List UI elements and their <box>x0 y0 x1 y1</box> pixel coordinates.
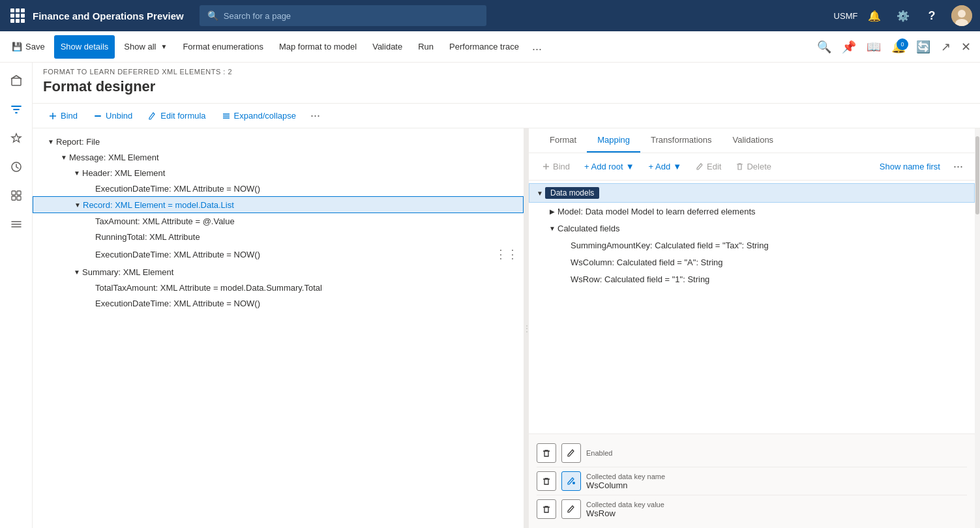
help-icon[interactable]: ? <box>923 7 941 25</box>
tree-item[interactable]: ExecutionDateTime: XML Attribute = NOW() <box>33 295 524 311</box>
svg-rect-6 <box>17 191 21 195</box>
tab-validations[interactable]: Validations <box>722 128 784 153</box>
pinned-icon[interactable]: 📌 <box>838 37 860 57</box>
prop-delete-key-value[interactable] <box>537 499 556 519</box>
tree-item-selected[interactable]: ▼ Record: XML Element = model.Data.List <box>33 196 524 213</box>
edit-active-icon <box>567 477 576 486</box>
properties-panel: Enabled <box>529 433 975 528</box>
tree-item[interactable]: ▼ Summary: XML Element <box>33 264 524 280</box>
model-item-summing[interactable]: SummingAmountKey: Calculated field = "Ta… <box>529 237 975 254</box>
tab-format[interactable]: Format <box>539 128 587 153</box>
format-enum-button[interactable]: Format enumerations <box>176 35 270 59</box>
sidebar-item-filter[interactable] <box>3 96 29 123</box>
run-button[interactable]: Run <box>411 35 440 59</box>
mapping-more-button[interactable]: ··· <box>949 158 967 175</box>
perf-trace-button[interactable]: Performance trace <box>443 35 526 59</box>
sidebar-item-recent[interactable] <box>3 154 29 180</box>
tree-toggle: ▼ <box>59 152 69 162</box>
tab-transformations[interactable]: Transformations <box>640 128 722 153</box>
model-item-wscolumn[interactable]: WsColumn: Calculated field = "A": String <box>529 254 975 271</box>
delete-button[interactable]: Delete <box>730 159 777 174</box>
prop-edit-key-value[interactable] <box>561 499 581 519</box>
tree-item[interactable]: ExecutionDateTime: XML Attribute = NOW()… <box>33 244 524 264</box>
edit-button[interactable]: Edit <box>690 159 726 174</box>
mapping-bind-button[interactable]: Bind <box>537 159 575 174</box>
tree-item[interactable]: ExecutionDateTime: XML Attribute = NOW() <box>33 181 524 196</box>
tree-toggle <box>85 249 95 259</box>
search-toolbar-icon[interactable]: 🔍 <box>813 37 835 57</box>
vertical-scrollbar[interactable] <box>975 128 980 528</box>
sidebar-item-workspaces[interactable] <box>3 183 29 209</box>
mapping-tabs: Format Mapping Transformations Validatio… <box>529 128 975 153</box>
tree-item[interactable]: ▼ Message: XML Element <box>33 149 524 165</box>
sidebar-item-home[interactable] <box>3 68 29 94</box>
add-root-button[interactable]: + Add root ▼ <box>579 159 640 174</box>
prop-content-enabled: Enabled <box>586 449 967 457</box>
show-name-first-button[interactable]: Show name first <box>874 159 945 174</box>
prop-delete-enabled[interactable] <box>537 443 556 463</box>
tree-item[interactable]: TotalTaxAmount: XML Attribute = model.Da… <box>33 280 524 295</box>
tree-item[interactable]: ▼ Header: XML Element <box>33 165 524 181</box>
add-root-caret: ▼ <box>626 162 634 171</box>
model-toggle <box>560 257 571 267</box>
model-item-wsrow[interactable]: WsRow: Calculated field = "1": String <box>529 271 975 287</box>
bell-icon[interactable]: 🔔 <box>865 7 883 25</box>
bind-action[interactable]: Bind <box>43 108 83 123</box>
main-toolbar: 💾 Save Show details Show all ▼ Format en… <box>0 31 980 63</box>
tab-mapping[interactable]: Mapping <box>587 128 640 153</box>
prop-edit-key-name[interactable] <box>561 471 581 491</box>
prop-value-key-name: WsColumn <box>586 480 967 490</box>
add-button[interactable]: + Add ▼ <box>644 159 687 174</box>
open-new-icon[interactable]: ↗ <box>937 37 955 57</box>
svg-rect-7 <box>12 196 16 200</box>
app-grid-button[interactable] <box>8 6 27 25</box>
expand-collapse-action[interactable]: Expand/collapse <box>216 108 301 123</box>
edit-icon <box>696 162 704 171</box>
model-toggle <box>560 240 571 250</box>
show-all-button[interactable]: Show all ▼ <box>117 35 173 59</box>
toolbar-more-button[interactable]: ... <box>528 38 546 55</box>
delete-prop-icon <box>542 505 551 514</box>
app-title: Finance and Operations Preview <box>33 10 184 22</box>
save-button[interactable]: 💾 Save <box>5 35 52 59</box>
avatar[interactable] <box>951 5 972 26</box>
username-label: USMF <box>837 7 855 25</box>
prop-delete-key-name[interactable] <box>537 471 556 491</box>
model-item-model[interactable]: ▶ Model: Data model Model to learn defer… <box>529 203 975 220</box>
search-input[interactable] <box>224 11 479 21</box>
tree-toggle <box>85 298 95 308</box>
tree-toggle: ▼ <box>72 199 83 210</box>
prop-label-key-value: Collected data key value <box>586 501 967 508</box>
scrollbar-thumb[interactable] <box>975 136 979 214</box>
tree-item[interactable]: ▼ Report: File <box>33 134 524 149</box>
show-details-button[interactable]: Show details <box>54 35 115 59</box>
model-item-data-models[interactable]: ▼ Data models <box>529 183 975 203</box>
prop-label-key-name: Collected data key name <box>586 473 967 480</box>
map-format-button[interactable]: Map format to model <box>273 35 363 59</box>
bookmark-icon[interactable]: 📖 <box>863 37 885 57</box>
delete-icon <box>735 162 744 171</box>
model-item-calculated-fields[interactable]: ▼ Calculated fields <box>529 220 975 237</box>
svg-rect-3 <box>12 78 21 85</box>
sidebar-item-menu[interactable] <box>3 211 29 237</box>
edit-formula-action[interactable]: Edit formula <box>143 108 211 123</box>
unbind-action[interactable]: Unbind <box>88 108 138 123</box>
svg-rect-5 <box>12 191 16 195</box>
sidebar-item-favorites[interactable] <box>3 125 29 151</box>
prop-row-key-value: Collected data key value WsRow <box>537 495 967 523</box>
tree-item[interactable]: TaxAmount: XML Attribute = @.Value <box>33 213 524 229</box>
edit-prop-icon <box>567 448 576 458</box>
filter-more-button[interactable]: ··· <box>306 108 324 124</box>
close-icon[interactable]: ✕ <box>957 37 975 57</box>
model-toggle <box>560 274 571 284</box>
prop-edit-enabled[interactable] <box>561 443 581 463</box>
search-icon: 🔍 <box>207 10 218 21</box>
settings-icon[interactable]: ⚙️ <box>894 7 912 25</box>
tree-item[interactable]: RunningTotal: XML Attribute <box>33 229 524 244</box>
tree-toggle <box>85 216 95 226</box>
refresh-icon[interactable]: 🔄 <box>912 37 934 57</box>
data-models-badge: Data models <box>545 187 599 199</box>
tree-toggle: ▼ <box>72 168 82 178</box>
search-bar[interactable]: 🔍 <box>200 5 486 26</box>
validate-button[interactable]: Validate <box>366 35 409 59</box>
